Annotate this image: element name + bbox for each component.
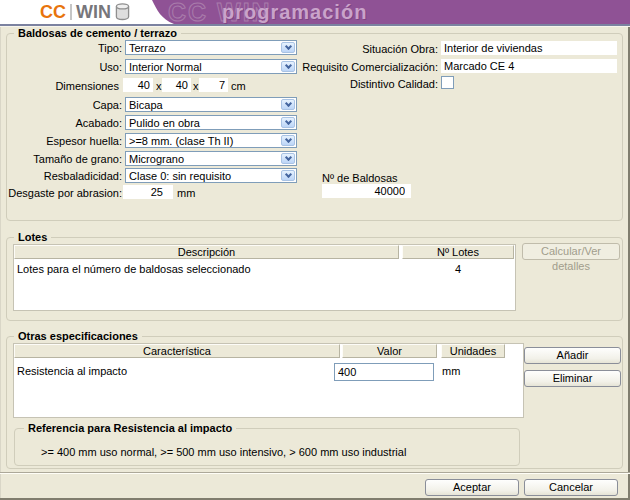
espesor-huella-dropdown-arrow-icon[interactable]	[281, 135, 295, 146]
distintivo-calidad-label: Distintivo Calidad:	[280, 78, 438, 90]
acabado-combobox-value: Pulido en obra	[126, 117, 280, 129]
resbaladicidad-combobox[interactable]: Clase 0: sin requisito	[125, 168, 297, 183]
logo-win-text: WIN	[76, 2, 111, 23]
logo-separator	[70, 4, 72, 20]
resbaladicidad-combobox-value: Clase 0: sin requisito	[126, 170, 280, 182]
situacion-obra-input[interactable]	[441, 41, 617, 55]
dimension-width-input[interactable]	[123, 78, 153, 92]
requisito-comercializacion-input[interactable]	[441, 59, 617, 73]
lotes-col-nlotes-header[interactable]: Nº Lotes	[402, 245, 514, 259]
acabado-combobox[interactable]: Pulido en obra	[125, 115, 297, 130]
acabado-dropdown-arrow-icon[interactable]	[281, 117, 295, 128]
app-title: programación	[222, 1, 367, 24]
lotes-row-descripcion[interactable]: Lotes para el número de baldosas selecci…	[17, 263, 251, 275]
uso-combobox[interactable]: Interior Normal	[125, 59, 297, 74]
otras-col-unidades-header[interactable]: Unidades	[441, 344, 505, 358]
groupbox-otras-title: Otras especificaciones	[14, 330, 142, 342]
espesor-huella-combobox[interactable]: >=8 mm. (clase Th II)	[125, 133, 297, 148]
desgaste-abrasion-input[interactable]	[123, 185, 173, 199]
espesor-huella-label: Espesor huella:	[0, 135, 122, 147]
otras-row-unidades[interactable]: mm	[442, 365, 460, 377]
otras-col-valor-header[interactable]: Valor	[342, 344, 437, 358]
num-baldosas-label: Nº de Baldosas	[322, 172, 398, 184]
uso-combobox-value: Interior Normal	[126, 61, 280, 73]
uso-label: Uso:	[0, 61, 122, 73]
groupbox-baldosas-title: Baldosas de cemento / terrazo	[14, 27, 181, 39]
groupbox-lotes-title: Lotes	[14, 231, 51, 243]
dimension-unit-label: cm	[231, 80, 246, 92]
capa-label: Capa:	[0, 99, 122, 111]
resbaladicidad-dropdown-arrow-icon[interactable]	[281, 170, 295, 181]
capa-combobox-value: Bicapa	[126, 99, 280, 111]
resbaladicidad-label: Resbaladicidad:	[0, 170, 122, 182]
otras-col-caracteristica-header[interactable]: Característica	[14, 344, 340, 358]
num-baldosas-input[interactable]	[322, 184, 411, 198]
eliminar-button[interactable]: Eliminar	[524, 370, 621, 387]
tamano-grano-combobox-value: Micrograno	[126, 153, 280, 165]
footer-divider	[0, 472, 630, 474]
desgaste-abrasion-unit-label: mm	[177, 187, 195, 199]
espesor-huella-combobox-value: >=8 mm. (clase Th II)	[126, 135, 280, 147]
dimension-separator-1: x	[156, 80, 162, 92]
lotes-col-descripcion-header[interactable]: Descripción	[14, 245, 399, 259]
tamano-grano-dropdown-arrow-icon[interactable]	[281, 153, 295, 164]
dimensiones-label: Dimensiones	[0, 80, 119, 92]
cancelar-button[interactable]: Cancelar	[524, 479, 618, 496]
desgaste-abrasion-label: Desgaste por abrasion:	[0, 187, 122, 199]
lotes-row-nlotes[interactable]: 4	[402, 263, 514, 275]
groupbox-referencia-title: Referencia para Resistencia al impacto	[24, 422, 236, 434]
situacion-obra-label: Situación Obra:	[280, 43, 438, 55]
dimension-separator-2: x	[193, 80, 199, 92]
capa-dropdown-arrow-icon[interactable]	[281, 99, 295, 110]
acabado-label: Acabado:	[0, 117, 122, 129]
dimension-thickness-input[interactable]	[199, 78, 228, 92]
distintivo-calidad-checkbox[interactable]	[441, 76, 454, 89]
dimension-length-input[interactable]	[162, 78, 191, 92]
tipo-combobox[interactable]: Terrazo	[125, 40, 297, 55]
otras-row-caracteristica[interactable]: Resistencia al impacto	[17, 365, 127, 377]
anadir-button[interactable]: Añadir	[524, 347, 621, 364]
capa-combobox[interactable]: Bicapa	[125, 97, 297, 112]
tipo-label: Tipo:	[0, 42, 122, 54]
requisito-comercializacion-label: Requisito Comercialización:	[280, 61, 438, 73]
tamano-grano-combobox[interactable]: Micrograno	[125, 151, 297, 166]
logo-cc-text: CC	[40, 2, 66, 23]
aceptar-button[interactable]: Aceptar	[425, 479, 519, 496]
logo-area: CC WIN	[0, 0, 180, 24]
tamano-grano-label: Tamaño de grano:	[0, 153, 122, 165]
app-logo: CC WIN	[40, 2, 130, 22]
calcular-ver-detalles-button[interactable]: Calcular/Ver detalles	[522, 243, 620, 260]
tipo-combobox-value: Terrazo	[126, 42, 280, 54]
database-cylinder-icon	[115, 3, 130, 21]
otras-row-valor-input[interactable]	[334, 363, 434, 381]
dialog-window: CC WIN programación CC WIN Baldosas de c…	[0, 0, 630, 500]
referencia-text: >= 400 mm uso normal, >= 500 mm uso inte…	[41, 446, 406, 458]
